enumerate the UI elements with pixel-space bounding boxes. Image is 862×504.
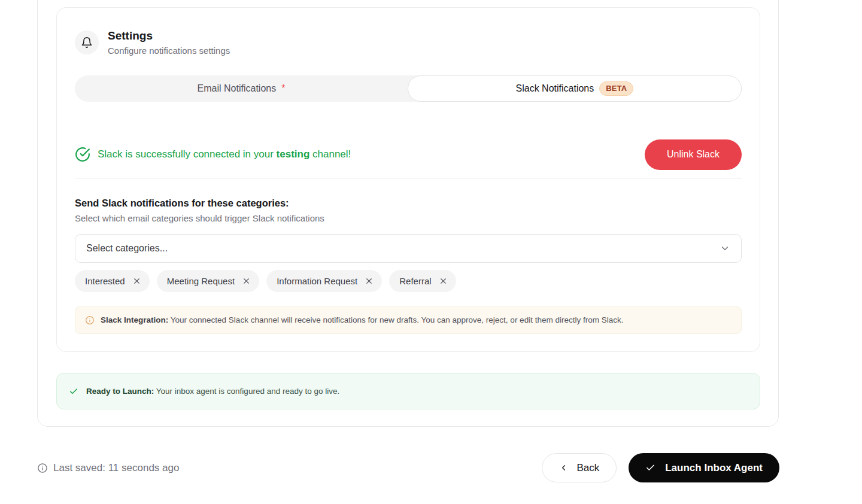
tab-email-label: Email Notifications (198, 83, 277, 94)
remove-category-icon[interactable] (439, 277, 448, 286)
launch-inbox-agent-button[interactable]: Launch Inbox Agent (629, 453, 779, 482)
slack-connection-row: Slack is successfully connected in your … (75, 139, 742, 170)
category-chip: Referral (389, 270, 456, 292)
category-chip-label: Meeting Request (167, 276, 235, 286)
settings-header-text: Settings Configure notifications setting… (108, 29, 230, 56)
ready-to-launch-text: Ready to Launch: Your inbox agent is con… (86, 387, 339, 396)
last-saved-status: Last saved: 11 seconds ago (37, 462, 179, 474)
category-chip: Information Request (266, 270, 382, 292)
remove-category-icon[interactable] (365, 277, 374, 286)
launch-button-label: Launch Inbox Agent (665, 462, 763, 474)
chevron-left-icon (559, 463, 568, 472)
categories-subheading: Select which email categories should tri… (75, 213, 742, 223)
unlink-slack-button[interactable]: Unlink Slack (645, 139, 742, 170)
last-saved-text: Last saved: 11 seconds ago (53, 462, 179, 474)
check-circle-icon (75, 147, 90, 162)
remove-category-icon[interactable] (242, 277, 251, 286)
settings-card: Settings Configure notifications setting… (56, 7, 760, 352)
slack-integration-note: Slack Integration: Your connected Slack … (75, 306, 742, 334)
category-chip: Meeting Request (157, 270, 259, 292)
page-subtitle: Configure notifications settings (108, 45, 230, 56)
slack-connected-text: Slack is successfully connected in your … (98, 148, 351, 160)
selected-categories-row: Interested Meeting Request Information R… (75, 270, 742, 292)
tab-email-notifications[interactable]: Email Notifications * (75, 75, 408, 102)
bell-icon (75, 31, 99, 54)
info-circle-icon (37, 463, 48, 473)
remove-category-icon[interactable] (132, 277, 141, 286)
check-icon (69, 387, 78, 396)
info-icon (85, 315, 95, 325)
back-button[interactable]: Back (542, 453, 617, 482)
slack-connected-message: Slack is successfully connected in your … (75, 147, 351, 162)
categories-heading: Send Slack notifications for these categ… (75, 198, 742, 209)
beta-badge: BETA (599, 81, 633, 96)
category-chip-label: Information Request (277, 276, 357, 286)
tab-slack-label: Slack Notifications (516, 83, 594, 94)
chevron-down-icon (720, 243, 730, 254)
category-chip-label: Referral (399, 276, 431, 286)
footer-bar: Last saved: 11 seconds ago Back Launch I… (37, 453, 779, 482)
categories-select-placeholder: Select categories... (86, 243, 168, 254)
category-chip: Interested (75, 270, 150, 292)
footer-actions: Back Launch Inbox Agent (542, 453, 779, 482)
slack-integration-note-text: Slack Integration: Your connected Slack … (101, 315, 623, 324)
category-chip-label: Interested (85, 276, 125, 286)
tab-slack-notifications[interactable]: Slack Notifications BETA (408, 75, 742, 102)
required-asterisk: * (281, 83, 285, 94)
ready-to-launch-banner: Ready to Launch: Your inbox agent is con… (56, 373, 760, 409)
notifications-tab-bar: Email Notifications * Slack Notification… (75, 75, 742, 102)
categories-select[interactable]: Select categories... (75, 234, 742, 263)
back-button-label: Back (576, 462, 599, 474)
section-divider (75, 178, 742, 178)
check-icon (645, 463, 655, 473)
settings-header: Settings Configure notifications setting… (75, 29, 742, 56)
wizard-card: Settings Configure notifications setting… (37, 0, 779, 427)
page: Settings Configure notifications setting… (0, 0, 862, 504)
slack-channel-name: testing (277, 148, 310, 160)
page-title: Settings (108, 29, 230, 43)
